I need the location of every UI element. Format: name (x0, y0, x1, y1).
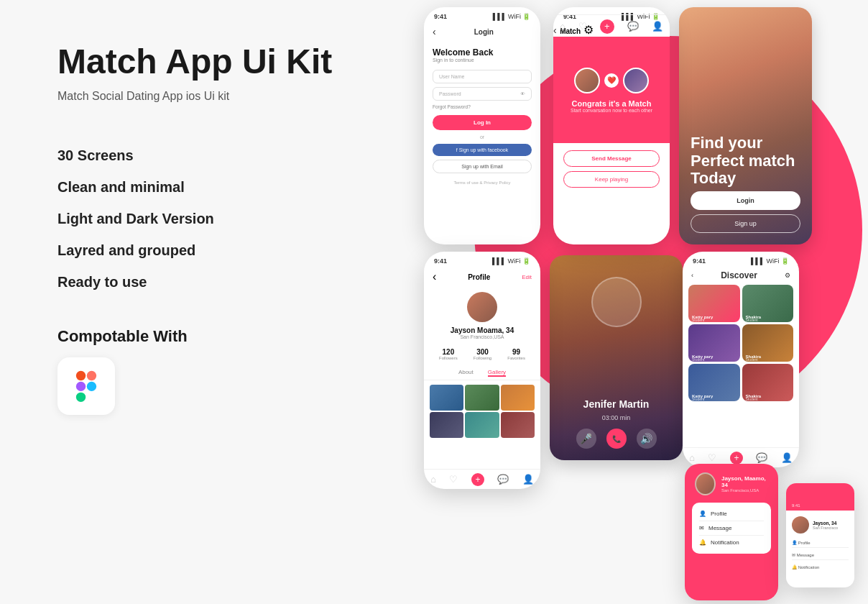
login-status-icons: ▌▌▌ WiFi 🔋 (493, 13, 530, 20)
terms-text[interactable]: Terms of use & Privacy Policy (433, 180, 532, 185)
match-actions: Send Message Keep playing (553, 143, 670, 195)
heart-nav-icon2[interactable]: ♡ (449, 474, 458, 485)
small-profile-location: San Francisco,USA (721, 488, 768, 493)
keep-playing-button[interactable]: Keep playing (563, 171, 660, 188)
discover-profile-icon[interactable]: 👤 (781, 452, 793, 463)
card-role-5: Student (692, 397, 704, 401)
discover-phone: 9:41 ▌▌▌ WiFi 🔋 ‹ Discover ⚙ Katty pary … (683, 252, 799, 467)
photo-cell-4 (430, 412, 463, 438)
profile-avatar (467, 292, 497, 322)
forgot-password[interactable]: Forgot Password? (433, 104, 532, 109)
discover-card-6[interactable]: Shakira Student (742, 364, 794, 401)
or-divider: or (433, 134, 532, 139)
profile-stats: 120 Followers 300 Following 99 Favorites (424, 342, 540, 366)
message-menu-icon: ✉ (699, 525, 704, 531)
tab-gallery[interactable]: Gallery (488, 369, 506, 377)
mute-button[interactable]: 🎤 (576, 429, 596, 449)
discover-card-2[interactable]: Shakira Student (742, 285, 794, 322)
discover-chat-icon[interactable]: 💬 (756, 452, 767, 463)
tiny-phone-header: 9:41 (786, 483, 854, 511)
discover-home-icon[interactable]: ⌂ (689, 452, 695, 463)
svg-point-4 (87, 382, 96, 391)
facebook-signup-button[interactable]: f Sign up with facebook (433, 144, 532, 156)
video-call-timer: 03:00 min (550, 414, 683, 421)
heart-nav-icon[interactable]: ♡ (578, 21, 587, 32)
send-message-button[interactable]: Send Message (563, 150, 660, 167)
sub-title: Match Social Dating App ios Ui kit (57, 90, 345, 103)
main-title: Match App Ui Kit (57, 43, 345, 81)
profile-edit-button[interactable]: Edit (522, 274, 532, 280)
favorites-label: Favorites (507, 356, 525, 360)
add-button[interactable]: + (600, 19, 614, 34)
card-role-6: Student (746, 397, 758, 401)
profile-time: 9:41 (434, 257, 447, 265)
discover-back-icon[interactable]: ‹ (691, 272, 693, 279)
find-match-signup-btn[interactable]: Sign up (691, 214, 800, 233)
login-phone-header: 9:41 ▌▌▌ WiFi 🔋 (424, 7, 540, 23)
photo-cell-3 (501, 385, 535, 411)
back-arrow-icon[interactable]: ‹ (433, 26, 436, 37)
following-label: Following (474, 356, 491, 360)
home-icon[interactable]: ⌂ (560, 21, 565, 32)
find-match-photo: Find your Perfect match Today Login Sign… (679, 7, 812, 244)
following-count: 300 (474, 348, 491, 356)
profile-tabs: About Gallery (424, 366, 540, 380)
chat-icon[interactable]: 💬 (627, 21, 639, 32)
home-nav-icon[interactable]: ⌂ (430, 474, 436, 485)
favorites-count: 99 (507, 348, 525, 356)
discover-card-1[interactable]: Katty pary Student (688, 285, 740, 322)
profile-menu-icon: 👤 (699, 511, 706, 517)
feature-screens: 30 Screens (57, 146, 345, 165)
small-profile-phone: Jayson, Maamo, 34 San Francisco,USA 👤 Pr… (685, 464, 778, 600)
discover-settings-icon[interactable]: ⚙ (785, 272, 790, 279)
card-role-1: Student (692, 318, 704, 322)
svg-rect-2 (76, 382, 86, 391)
small-profile-menu: 👤 Profile ✉ Message 🔔 Notification (692, 503, 771, 554)
username-field[interactable]: User Name (433, 70, 532, 83)
password-field[interactable]: Password 👁 (433, 87, 532, 101)
menu-message-item[interactable]: ✉ Message (699, 521, 764, 536)
profile-nav-icon[interactable]: 👤 (522, 474, 534, 485)
discover-phone-header: 9:41 ▌▌▌ WiFi 🔋 (683, 252, 799, 267)
find-match-bg: Find your Perfect match Today Login Sign… (679, 7, 812, 244)
menu-profile-item[interactable]: 👤 Profile (699, 507, 764, 521)
discover-card-4[interactable]: Shakira Student (742, 324, 794, 362)
discover-card-5[interactable]: Katty pary Student (688, 364, 740, 401)
tab-about[interactable]: About (458, 369, 474, 377)
followers-label: Followers (439, 356, 458, 360)
small-profile-top: Jayson, Maamo, 34 San Francisco,USA (685, 464, 778, 503)
end-call-button[interactable]: 📞 (606, 429, 627, 449)
tiny-phone: 9:41 Jayson, 34 San Francisco 👤 Profile … (786, 483, 854, 587)
feature-minimal: Clean and minimal (57, 178, 345, 196)
figma-icon (73, 370, 99, 402)
notification-menu-icon: 🔔 (699, 539, 706, 546)
discover-title: Discover (721, 270, 757, 280)
profile-icon[interactable]: 👤 (652, 21, 663, 32)
avatar-left (574, 68, 600, 93)
video-call-controls: 🎤 📞 🔊 (550, 429, 683, 449)
photo-cell-5 (465, 412, 499, 438)
heart-icon: ❤️ (604, 73, 619, 88)
email-signup-button[interactable]: Sign up with Email (433, 160, 532, 173)
discover-card-3[interactable]: Katty pary Student (688, 324, 740, 362)
login-button[interactable]: Log In (433, 115, 532, 130)
compatible-section: Compotable With (57, 327, 345, 415)
add-nav-button[interactable]: + (471, 473, 484, 486)
discover-heart-icon[interactable]: ♡ (708, 452, 716, 463)
features-list: 30 Screens Clean and minimal Light and D… (57, 146, 345, 291)
card-role-3: Student (692, 357, 704, 362)
speaker-button[interactable]: 🔊 (637, 429, 657, 449)
figma-logo-box (57, 357, 115, 415)
chat-nav-icon[interactable]: 💬 (497, 474, 509, 485)
discover-add-button[interactable]: + (730, 452, 743, 465)
right-panel: 9:41 ▌▌▌ WiFi 🔋 ‹ Login Welcome Back Sig… (402, 0, 868, 604)
avatar-right (623, 68, 649, 93)
find-match-login-btn[interactable]: Login (691, 191, 800, 210)
discover-time: 9:41 (693, 257, 706, 265)
menu-notification-item[interactable]: 🔔 Notification (699, 536, 764, 549)
profile-back-icon[interactable]: ‹ (433, 270, 436, 283)
feature-layered: Layred and grouped (57, 241, 345, 260)
left-panel: Match App Ui Kit Match Social Dating App… (0, 0, 402, 604)
card-role-4: Student (746, 357, 758, 362)
profile-avatar-section: Jayson Moama, 34 San Francisco,USA (424, 286, 540, 342)
